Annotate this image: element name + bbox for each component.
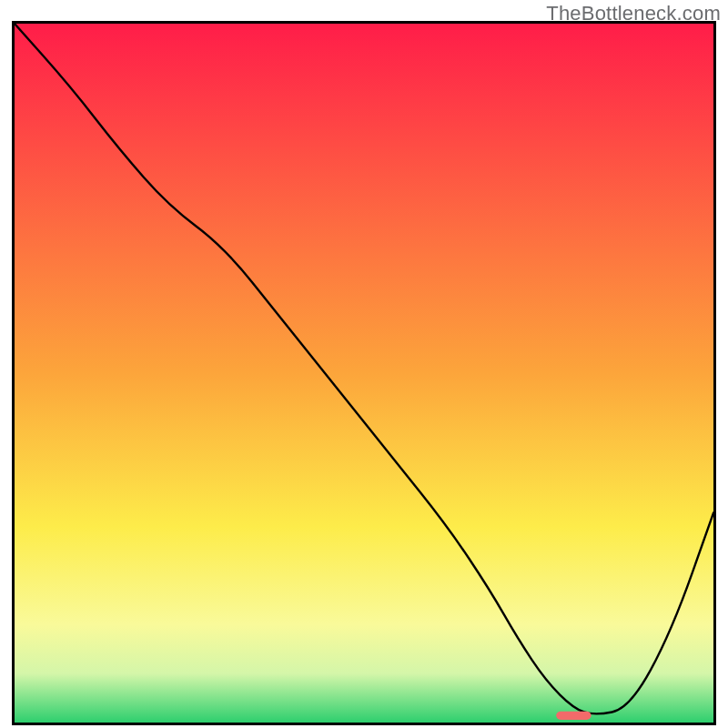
chart-background (15, 24, 713, 723)
chart-frame (12, 21, 716, 725)
bottleneck-chart (15, 24, 713, 723)
optimum-marker (556, 712, 591, 720)
watermark-text: TheBottleneck.com (546, 2, 721, 25)
